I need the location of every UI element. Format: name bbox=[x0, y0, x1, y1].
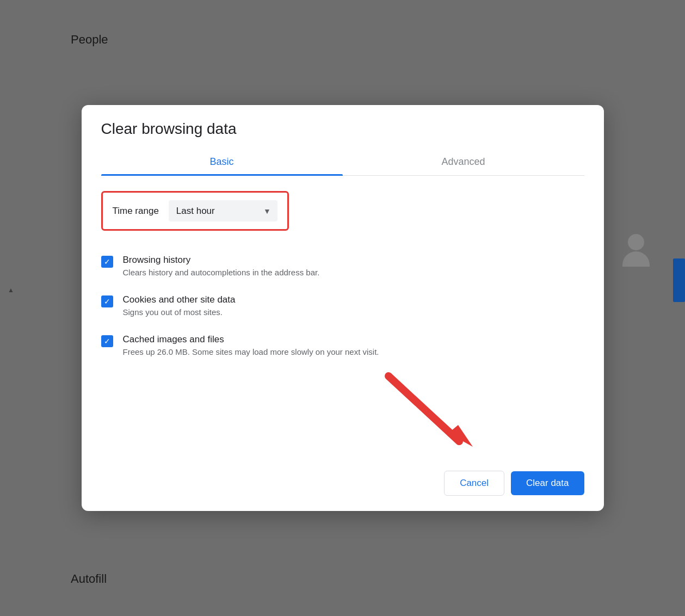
list-item: ✓ Cached images and files Frees up 26.0 … bbox=[101, 325, 584, 365]
dialog-body: Time range Last hour Last 24 hours Last … bbox=[82, 176, 604, 471]
checkmark-icon: ✓ bbox=[104, 298, 110, 305]
checkbox-list: ✓ Browsing history Clears history and au… bbox=[101, 246, 584, 365]
svg-line-0 bbox=[388, 376, 459, 441]
tab-basic[interactable]: Basic bbox=[101, 149, 343, 175]
cookies-title: Cookies and other site data bbox=[123, 294, 236, 305]
tab-advanced[interactable]: Advanced bbox=[343, 149, 584, 175]
dialog-title: Clear browsing data bbox=[101, 120, 584, 138]
dialog: Clear browsing data Basic Advanced Time … bbox=[82, 105, 604, 511]
modal-overlay: Clear browsing data Basic Advanced Time … bbox=[0, 0, 685, 616]
browsing-history-desc: Clears history and autocompletions in th… bbox=[123, 268, 320, 277]
cancel-button[interactable]: Cancel bbox=[444, 471, 504, 496]
time-range-select[interactable]: Last hour Last 24 hours Last 7 days Last… bbox=[169, 200, 277, 221]
dialog-footer: Cancel Clear data bbox=[82, 471, 604, 511]
cookies-checkbox[interactable]: ✓ bbox=[101, 295, 113, 307]
tabs: Basic Advanced bbox=[101, 149, 584, 176]
clear-data-button[interactable]: Clear data bbox=[511, 471, 584, 495]
list-item: ✓ Cookies and other site data Signs you … bbox=[101, 286, 584, 325]
cached-title: Cached images and files bbox=[123, 334, 379, 345]
time-range-section: Time range Last hour Last 24 hours Last … bbox=[101, 191, 289, 231]
browsing-history-checkbox[interactable]: ✓ bbox=[101, 256, 113, 268]
browsing-history-title: Browsing history bbox=[123, 255, 320, 266]
checkmark-icon: ✓ bbox=[104, 337, 110, 345]
cookies-text: Cookies and other site data Signs you ou… bbox=[123, 294, 236, 317]
dialog-header: Clear browsing data Basic Advanced bbox=[82, 105, 604, 176]
browsing-history-text: Browsing history Clears history and auto… bbox=[123, 255, 320, 277]
checkmark-icon: ✓ bbox=[104, 258, 110, 266]
cached-checkbox[interactable]: ✓ bbox=[101, 335, 113, 347]
time-range-select-wrapper: Last hour Last 24 hours Last 7 days Last… bbox=[169, 200, 277, 221]
cookies-desc: Signs you out of most sites. bbox=[123, 307, 236, 317]
time-range-label: Time range bbox=[113, 206, 159, 217]
cached-desc: Frees up 26.0 MB. Some sites may load mo… bbox=[123, 347, 379, 356]
cached-text: Cached images and files Frees up 26.0 MB… bbox=[123, 334, 379, 356]
annotation-arrow-area bbox=[101, 371, 584, 458]
red-arrow-icon bbox=[372, 371, 492, 452]
list-item: ✓ Browsing history Clears history and au… bbox=[101, 246, 584, 286]
